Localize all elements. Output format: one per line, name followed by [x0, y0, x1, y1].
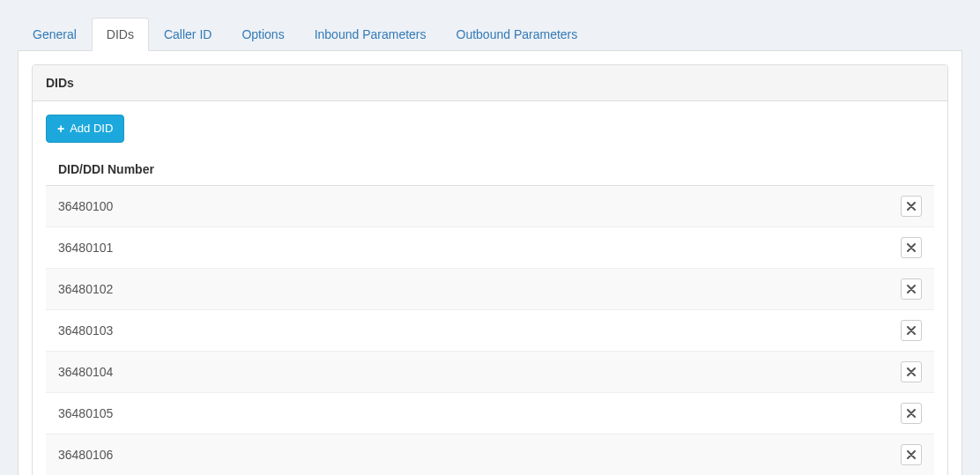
- close-icon: [907, 409, 916, 418]
- tab-bar: GeneralDIDsCaller IDOptionsInbound Param…: [18, 18, 962, 51]
- column-header-number: DID/DDI Number: [46, 153, 881, 186]
- did-number-cell: 36480104: [46, 352, 881, 393]
- dids-table: DID/DDI Number 3648010036480101364801023…: [46, 153, 934, 475]
- action-cell: [881, 186, 934, 227]
- did-number-cell: 36480102: [46, 269, 881, 310]
- did-number-cell: 36480105: [46, 393, 881, 434]
- tab-caller-id[interactable]: Caller ID: [149, 18, 226, 51]
- tab-inbound-parameters[interactable]: Inbound Parameters: [300, 18, 442, 51]
- action-cell: [881, 269, 934, 310]
- close-icon: [907, 326, 916, 335]
- close-icon: [907, 285, 916, 293]
- did-number-cell: 36480101: [46, 227, 881, 269]
- tab-general[interactable]: General: [18, 18, 92, 51]
- tab-options[interactable]: Options: [226, 18, 299, 51]
- delete-button[interactable]: [901, 278, 922, 300]
- action-cell: [881, 227, 934, 269]
- add-did-button[interactable]: + Add DID: [46, 115, 124, 143]
- did-number-cell: 36480106: [46, 434, 881, 475]
- did-number-cell: 36480103: [46, 310, 881, 352]
- delete-button[interactable]: [901, 403, 922, 424]
- close-icon: [907, 367, 916, 376]
- tab-outbound-parameters[interactable]: Outbound Parameters: [442, 18, 593, 51]
- tab-content: DIDs + Add DID DID/DDI Number 3648010036…: [18, 51, 962, 475]
- table-row: 36480102: [46, 269, 934, 310]
- delete-button[interactable]: [901, 361, 922, 382]
- add-did-label: Add DID: [70, 121, 113, 137]
- delete-button[interactable]: [901, 444, 922, 465]
- delete-button[interactable]: [901, 196, 922, 217]
- table-row: 36480103: [46, 310, 934, 352]
- panel-title: DIDs: [33, 65, 947, 101]
- did-number-cell: 36480100: [46, 186, 881, 227]
- dids-table-body: 3648010036480101364801023648010336480104…: [46, 186, 934, 475]
- table-row: 36480104: [46, 352, 934, 393]
- action-cell: [881, 352, 934, 393]
- table-row: 36480105: [46, 393, 934, 434]
- close-icon: [907, 450, 916, 459]
- action-cell: [881, 393, 934, 434]
- column-header-action: [881, 153, 934, 186]
- close-icon: [907, 202, 916, 211]
- table-row: 36480106: [46, 434, 934, 475]
- delete-button[interactable]: [901, 320, 922, 341]
- table-row: 36480100: [46, 186, 934, 227]
- action-cell: [881, 434, 934, 475]
- delete-button[interactable]: [901, 237, 922, 258]
- dids-panel: DIDs + Add DID DID/DDI Number 3648010036…: [32, 64, 948, 475]
- table-row: 36480101: [46, 227, 934, 269]
- close-icon: [907, 243, 916, 252]
- action-cell: [881, 310, 934, 352]
- panel-body: + Add DID DID/DDI Number 364801003648010…: [33, 101, 947, 475]
- plus-icon: +: [57, 122, 64, 135]
- tab-dids[interactable]: DIDs: [92, 18, 149, 51]
